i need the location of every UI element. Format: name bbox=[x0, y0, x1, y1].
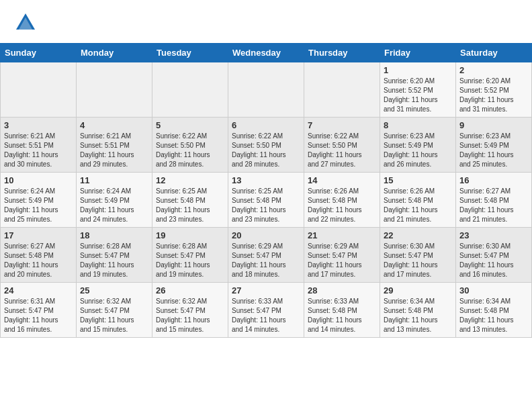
day-info: Sunrise: 6:29 AM Sunset: 5:47 PM Dayligh… bbox=[232, 242, 300, 279]
day-number: 7 bbox=[308, 120, 376, 130]
day-info: Sunrise: 6:22 AM Sunset: 5:50 PM Dayligh… bbox=[232, 132, 300, 169]
calendar-cell: 22Sunrise: 6:30 AM Sunset: 5:47 PM Dayli… bbox=[380, 228, 456, 283]
calendar-cell: 20Sunrise: 6:29 AM Sunset: 5:47 PM Dayli… bbox=[228, 228, 304, 283]
day-info: Sunrise: 6:29 AM Sunset: 5:47 PM Dayligh… bbox=[308, 242, 376, 279]
calendar-cell bbox=[304, 62, 380, 118]
calendar-cell: 9Sunrise: 6:23 AM Sunset: 5:49 PM Daylig… bbox=[456, 118, 532, 173]
calendar-cell: 28Sunrise: 6:33 AM Sunset: 5:48 PM Dayli… bbox=[304, 283, 380, 338]
calendar-cell: 11Sunrise: 6:24 AM Sunset: 5:49 PM Dayli… bbox=[77, 173, 152, 228]
day-info: Sunrise: 6:32 AM Sunset: 5:47 PM Dayligh… bbox=[80, 297, 148, 334]
calendar-cell bbox=[77, 62, 152, 118]
day-number: 23 bbox=[459, 230, 528, 240]
day-info: Sunrise: 6:27 AM Sunset: 5:48 PM Dayligh… bbox=[4, 242, 73, 279]
calendar-cell: 1Sunrise: 6:20 AM Sunset: 5:52 PM Daylig… bbox=[380, 62, 456, 118]
calendar-cell: 26Sunrise: 6:32 AM Sunset: 5:47 PM Dayli… bbox=[152, 283, 228, 338]
day-info: Sunrise: 6:33 AM Sunset: 5:47 PM Dayligh… bbox=[232, 297, 300, 334]
day-number: 14 bbox=[308, 175, 376, 185]
calendar-cell: 7Sunrise: 6:22 AM Sunset: 5:50 PM Daylig… bbox=[304, 118, 380, 173]
calendar-cell: 13Sunrise: 6:25 AM Sunset: 5:48 PM Dayli… bbox=[228, 173, 304, 228]
day-info: Sunrise: 6:24 AM Sunset: 5:49 PM Dayligh… bbox=[4, 187, 73, 224]
day-number: 28 bbox=[308, 285, 376, 295]
calendar-cell: 24Sunrise: 6:31 AM Sunset: 5:47 PM Dayli… bbox=[1, 283, 77, 338]
day-number: 30 bbox=[459, 285, 528, 295]
day-info: Sunrise: 6:31 AM Sunset: 5:47 PM Dayligh… bbox=[4, 297, 73, 334]
calendar-cell: 17Sunrise: 6:27 AM Sunset: 5:48 PM Dayli… bbox=[1, 228, 77, 283]
day-info: Sunrise: 6:20 AM Sunset: 5:52 PM Dayligh… bbox=[384, 77, 452, 114]
calendar-cell bbox=[228, 62, 304, 118]
day-number: 3 bbox=[4, 120, 73, 130]
day-info: Sunrise: 6:25 AM Sunset: 5:48 PM Dayligh… bbox=[156, 187, 224, 224]
day-info: Sunrise: 6:26 AM Sunset: 5:48 PM Dayligh… bbox=[308, 187, 376, 224]
day-info: Sunrise: 6:32 AM Sunset: 5:47 PM Dayligh… bbox=[156, 297, 224, 334]
logo bbox=[13, 11, 42, 35]
day-info: Sunrise: 6:21 AM Sunset: 5:51 PM Dayligh… bbox=[80, 132, 148, 169]
day-number: 18 bbox=[80, 230, 148, 240]
day-number: 22 bbox=[384, 230, 452, 240]
day-number: 12 bbox=[156, 175, 224, 185]
day-info: Sunrise: 6:30 AM Sunset: 5:47 PM Dayligh… bbox=[384, 242, 452, 279]
weekday-header-monday: Monday bbox=[77, 44, 152, 62]
day-info: Sunrise: 6:26 AM Sunset: 5:48 PM Dayligh… bbox=[384, 187, 452, 224]
day-info: Sunrise: 6:34 AM Sunset: 5:48 PM Dayligh… bbox=[384, 297, 452, 334]
day-number: 1 bbox=[384, 65, 452, 75]
calendar-table: SundayMondayTuesdayWednesdayThursdayFrid… bbox=[0, 43, 532, 338]
day-number: 20 bbox=[232, 230, 300, 240]
day-info: Sunrise: 6:20 AM Sunset: 5:52 PM Dayligh… bbox=[459, 77, 528, 114]
calendar-cell: 15Sunrise: 6:26 AM Sunset: 5:48 PM Dayli… bbox=[380, 173, 456, 228]
calendar-cell: 18Sunrise: 6:28 AM Sunset: 5:47 PM Dayli… bbox=[77, 228, 152, 283]
day-number: 2 bbox=[459, 65, 528, 75]
day-number: 8 bbox=[384, 120, 452, 130]
day-info: Sunrise: 6:30 AM Sunset: 5:47 PM Dayligh… bbox=[459, 242, 528, 279]
calendar-cell bbox=[152, 62, 228, 118]
calendar-cell: 12Sunrise: 6:25 AM Sunset: 5:48 PM Dayli… bbox=[152, 173, 228, 228]
day-number: 16 bbox=[459, 175, 528, 185]
calendar-cell: 30Sunrise: 6:34 AM Sunset: 5:48 PM Dayli… bbox=[456, 283, 532, 338]
day-number: 15 bbox=[384, 175, 452, 185]
day-number: 19 bbox=[156, 230, 224, 240]
calendar-cell: 4Sunrise: 6:21 AM Sunset: 5:51 PM Daylig… bbox=[77, 118, 152, 173]
day-number: 4 bbox=[80, 120, 148, 130]
day-info: Sunrise: 6:22 AM Sunset: 5:50 PM Dayligh… bbox=[156, 132, 224, 169]
day-info: Sunrise: 6:23 AM Sunset: 5:49 PM Dayligh… bbox=[384, 132, 452, 169]
weekday-header-saturday: Saturday bbox=[456, 44, 532, 62]
day-info: Sunrise: 6:25 AM Sunset: 5:48 PM Dayligh… bbox=[232, 187, 300, 224]
calendar-cell: 8Sunrise: 6:23 AM Sunset: 5:49 PM Daylig… bbox=[380, 118, 456, 173]
day-info: Sunrise: 6:22 AM Sunset: 5:50 PM Dayligh… bbox=[308, 132, 376, 169]
calendar-cell: 29Sunrise: 6:34 AM Sunset: 5:48 PM Dayli… bbox=[380, 283, 456, 338]
calendar-cell: 23Sunrise: 6:30 AM Sunset: 5:47 PM Dayli… bbox=[456, 228, 532, 283]
calendar-week-5: 24Sunrise: 6:31 AM Sunset: 5:47 PM Dayli… bbox=[1, 283, 532, 338]
calendar-cell bbox=[1, 62, 77, 118]
day-info: Sunrise: 6:33 AM Sunset: 5:48 PM Dayligh… bbox=[308, 297, 376, 334]
calendar-cell: 5Sunrise: 6:22 AM Sunset: 5:50 PM Daylig… bbox=[152, 118, 228, 173]
day-number: 10 bbox=[4, 175, 73, 185]
day-number: 6 bbox=[232, 120, 300, 130]
weekday-header-tuesday: Tuesday bbox=[152, 44, 228, 62]
calendar-week-1: 1Sunrise: 6:20 AM Sunset: 5:52 PM Daylig… bbox=[1, 62, 532, 118]
logo-icon bbox=[13, 11, 38, 35]
day-info: Sunrise: 6:28 AM Sunset: 5:47 PM Dayligh… bbox=[156, 242, 224, 279]
day-info: Sunrise: 6:23 AM Sunset: 5:49 PM Dayligh… bbox=[459, 132, 528, 169]
day-number: 25 bbox=[80, 285, 148, 295]
day-number: 17 bbox=[4, 230, 73, 240]
calendar-cell: 25Sunrise: 6:32 AM Sunset: 5:47 PM Dayli… bbox=[77, 283, 152, 338]
day-number: 24 bbox=[4, 285, 73, 295]
day-info: Sunrise: 6:28 AM Sunset: 5:47 PM Dayligh… bbox=[80, 242, 148, 279]
day-number: 21 bbox=[308, 230, 376, 240]
calendar-cell: 14Sunrise: 6:26 AM Sunset: 5:48 PM Dayli… bbox=[304, 173, 380, 228]
day-number: 11 bbox=[80, 175, 148, 185]
page-header bbox=[0, 0, 532, 40]
day-info: Sunrise: 6:27 AM Sunset: 5:48 PM Dayligh… bbox=[459, 187, 528, 224]
day-info: Sunrise: 6:34 AM Sunset: 5:48 PM Dayligh… bbox=[459, 297, 528, 334]
calendar-week-3: 10Sunrise: 6:24 AM Sunset: 5:49 PM Dayli… bbox=[1, 173, 532, 228]
day-number: 26 bbox=[156, 285, 224, 295]
calendar-cell: 21Sunrise: 6:29 AM Sunset: 5:47 PM Dayli… bbox=[304, 228, 380, 283]
calendar-week-4: 17Sunrise: 6:27 AM Sunset: 5:48 PM Dayli… bbox=[1, 228, 532, 283]
day-number: 5 bbox=[156, 120, 224, 130]
calendar-cell: 2Sunrise: 6:20 AM Sunset: 5:52 PM Daylig… bbox=[456, 62, 532, 118]
calendar-cell: 27Sunrise: 6:33 AM Sunset: 5:47 PM Dayli… bbox=[228, 283, 304, 338]
day-info: Sunrise: 6:24 AM Sunset: 5:49 PM Dayligh… bbox=[80, 187, 148, 224]
day-info: Sunrise: 6:21 AM Sunset: 5:51 PM Dayligh… bbox=[4, 132, 73, 169]
weekday-header-friday: Friday bbox=[380, 44, 456, 62]
calendar-header: SundayMondayTuesdayWednesdayThursdayFrid… bbox=[1, 44, 532, 62]
day-number: 13 bbox=[232, 175, 300, 185]
